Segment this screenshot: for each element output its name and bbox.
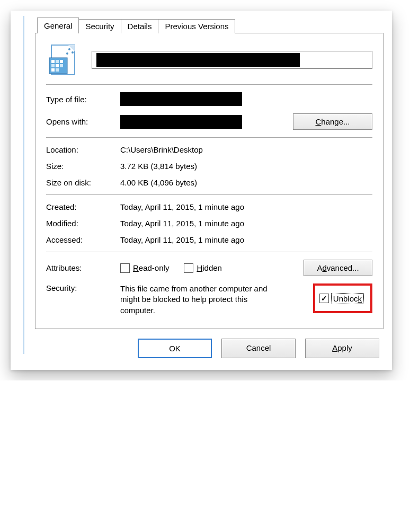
advanced-button-label: Advanced... xyxy=(317,263,359,272)
separator xyxy=(46,137,372,138)
checkbox-label-unblock[interactable]: Unblock xyxy=(331,293,364,304)
type-of-file-redacted xyxy=(120,92,242,106)
separator xyxy=(46,84,372,85)
label-location: Location: xyxy=(46,145,120,154)
ok-button[interactable]: OK xyxy=(138,339,212,358)
label-type-of-file: Type of file: xyxy=(46,95,120,104)
label-size: Size: xyxy=(46,162,120,171)
svg-rect-4 xyxy=(56,60,59,63)
advanced-button[interactable]: Advanced... xyxy=(304,260,372,276)
checkbox-label-read-only: Read-only xyxy=(133,263,169,272)
separator xyxy=(46,252,372,252)
value-size: 3.72 KB (3,814 bytes) xyxy=(120,162,372,171)
filename-redacted xyxy=(96,53,300,67)
value-created: Today, April 11, 2015, 1 minute ago xyxy=(120,202,372,211)
tab-details[interactable]: Details xyxy=(121,19,159,33)
svg-point-12 xyxy=(72,51,74,54)
label-security: Security: xyxy=(46,283,120,316)
unblock-highlight: Unblock xyxy=(313,283,372,313)
cancel-button[interactable]: Cancel xyxy=(221,339,296,358)
label-opens-with: Opens with: xyxy=(46,117,120,126)
filename-input[interactable] xyxy=(92,51,372,69)
file-type-icon xyxy=(46,43,80,77)
tab-strip: General Security Details Previous Versio… xyxy=(35,17,384,33)
svg-rect-3 xyxy=(51,60,55,63)
value-accessed: Today, April 11, 2015, 1 minute ago xyxy=(120,235,372,244)
tab-security[interactable]: Security xyxy=(78,19,121,33)
tab-previous-versions[interactable]: Previous Versions xyxy=(158,19,235,33)
svg-rect-8 xyxy=(60,64,63,67)
opens-with-redacted xyxy=(120,115,242,129)
label-created: Created: xyxy=(46,202,120,211)
checkbox-hidden[interactable]: Hidden xyxy=(184,263,222,273)
label-attributes: Attributes: xyxy=(46,263,120,272)
checkbox-read-only[interactable]: Read-only xyxy=(120,263,169,273)
value-size-on-disk: 4.00 KB (4,096 bytes) xyxy=(120,178,372,187)
svg-point-13 xyxy=(66,52,68,55)
svg-rect-7 xyxy=(56,64,59,67)
apply-button[interactable]: Apply xyxy=(305,339,379,358)
svg-rect-9 xyxy=(51,68,55,72)
change-button-label: hange... xyxy=(321,117,350,126)
svg-point-11 xyxy=(68,48,70,50)
svg-rect-10 xyxy=(56,68,59,72)
svg-rect-6 xyxy=(51,64,55,67)
dialog-footer: OK Cancel Apply xyxy=(35,329,384,360)
svg-rect-5 xyxy=(60,60,63,63)
value-location: C:\Users\Brink\Desktop xyxy=(120,145,372,154)
tab-general[interactable]: General xyxy=(37,17,79,33)
security-description: This file came from another computer and… xyxy=(120,283,279,316)
change-button[interactable]: Change... xyxy=(293,113,372,130)
left-margin-rule xyxy=(23,16,24,354)
checkbox-label-hidden: Hidden xyxy=(197,263,222,272)
tab-panel-general: Type of file: Opens with: Change... Loca… xyxy=(35,33,384,329)
label-accessed: Accessed: xyxy=(46,235,120,244)
checkbox-box-read-only xyxy=(120,263,130,273)
label-modified: Modified: xyxy=(46,219,120,228)
separator xyxy=(46,194,372,195)
checkbox-box-unblock[interactable] xyxy=(319,294,329,303)
value-modified: Today, April 11, 2015, 1 minute ago xyxy=(120,219,372,228)
label-size-on-disk: Size on disk: xyxy=(46,178,120,187)
file-properties-dialog: General Security Details Previous Versio… xyxy=(35,17,384,360)
checkbox-box-hidden xyxy=(184,263,193,273)
